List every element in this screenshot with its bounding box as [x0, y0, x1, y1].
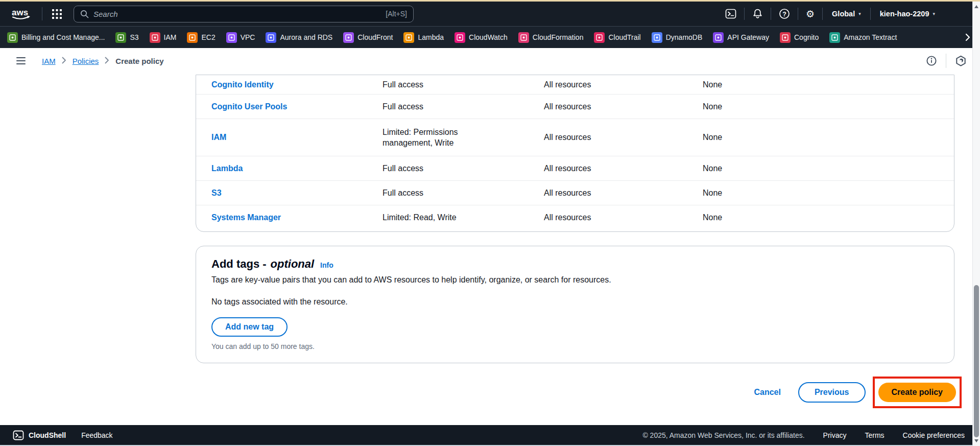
scrollbar-down-arrow[interactable]	[974, 439, 978, 442]
favorite-service-cloudformation[interactable]: CloudFormation	[518, 32, 584, 43]
console-footer: CloudShell Feedback © 2025, Amazon Web S…	[0, 425, 980, 445]
favorite-service-lambda[interactable]: Lambda	[403, 32, 444, 43]
settings-icon[interactable]: ⚙	[798, 9, 822, 19]
cell-access: Limited: Read, Write	[383, 209, 503, 226]
cell-access: Full access	[383, 184, 503, 201]
favorite-service-dynamodb[interactable]: DynamoDB	[652, 32, 703, 43]
favorite-label: CloudFormation	[533, 33, 584, 41]
favorite-service-iam[interactable]: IAM	[150, 32, 177, 43]
region-selector[interactable]: Global ▾	[823, 10, 870, 18]
s3-icon	[115, 32, 126, 43]
create-policy-button[interactable]: Create policy	[878, 383, 956, 402]
favorite-service-vpc[interactable]: VPC	[226, 32, 255, 43]
breadcrumb-link-policies[interactable]: Policies	[73, 57, 99, 65]
help-icon[interactable]: ?	[771, 8, 798, 19]
notifications-icon[interactable]	[745, 8, 771, 19]
region-label: Global	[832, 10, 855, 18]
tags-remaining-hint: You can add up to 50 more tags.	[211, 342, 939, 350]
dynamodb-icon	[652, 32, 662, 43]
cancel-button[interactable]: Cancel	[749, 388, 785, 397]
service-link[interactable]: Lambda	[211, 164, 383, 173]
favorite-service-cloudfront[interactable]: CloudFront	[343, 32, 393, 43]
feedback-button[interactable]: Feedback	[81, 431, 112, 439]
search-input[interactable]: Search [Alt+S]	[74, 6, 414, 22]
cell-condition: None	[703, 189, 954, 198]
previous-button[interactable]: Previous	[798, 382, 866, 403]
aws-logo[interactable]: aws	[10, 7, 34, 21]
highlight-annotation: Create policy	[873, 377, 962, 408]
table-row: S3Full accessAll resourcesNone	[196, 181, 954, 205]
favorite-label: Cognito	[794, 33, 819, 41]
service-link[interactable]: Systems Manager	[211, 213, 383, 222]
divider	[946, 54, 946, 68]
favorite-service-ec2[interactable]: EC2	[187, 32, 215, 43]
iam-icon	[150, 32, 160, 43]
cell-access: Full access	[383, 76, 503, 93]
cloudfront-icon	[343, 32, 354, 43]
favorite-label: S3	[130, 33, 138, 41]
service-link[interactable]: Cognito Identity	[211, 80, 383, 89]
favorite-label: DynamoDB	[666, 33, 703, 41]
cell-resources: All resources	[544, 164, 703, 173]
privacy-link[interactable]: Privacy	[823, 431, 847, 439]
favorite-service-api-gateway[interactable]: API Gateway	[713, 32, 769, 43]
service-link[interactable]: S3	[211, 189, 383, 198]
billing-and-cost-manage-icon	[7, 32, 18, 43]
add-tags-card: Add tags - optional Info Tags are key-va…	[196, 246, 954, 363]
table-row: LambdaFull accessAll resourcesNone	[196, 156, 954, 181]
vertical-scrollbar[interactable]	[972, 2, 980, 446]
favorite-service-s3[interactable]: S3	[115, 32, 138, 43]
breadcrumb: IAM Policies Create policy	[42, 57, 164, 65]
no-tags-message: No tags associated with the resource.	[211, 297, 939, 307]
terms-link[interactable]: Terms	[865, 431, 884, 439]
table-row: IAMLimited: Permissions management, Writ…	[196, 119, 954, 156]
account-menu[interactable]: kien-hao-2209 ▾	[871, 10, 944, 18]
chevron-down-icon: ▾	[858, 11, 861, 16]
cloudshell-icon[interactable]	[718, 8, 744, 19]
favorite-label: Aurora and RDS	[280, 33, 332, 41]
favorite-service-cloudwatch[interactable]: CloudWatch	[455, 32, 508, 43]
favorite-label: API Gateway	[727, 33, 769, 41]
side-panel-icon[interactable]	[955, 55, 967, 67]
account-label: kien-hao-2209	[880, 10, 929, 18]
add-tags-optional-text: optional	[271, 257, 315, 271]
cell-resources: All resources	[544, 102, 703, 111]
chevron-right-icon	[62, 57, 66, 65]
table-row: Cognito User PoolsFull accessAll resourc…	[196, 95, 954, 119]
favorite-service-cognito[interactable]: Cognito	[780, 32, 819, 43]
favorite-label: CloudWatch	[469, 33, 508, 41]
cookie-preferences-link[interactable]: Cookie preferences	[903, 431, 965, 439]
form-actions: Cancel Previous Create policy	[0, 377, 962, 408]
cell-access: Full access	[383, 160, 503, 177]
cell-access: Full access	[383, 98, 503, 115]
favorite-service-billing-and-cost-manage[interactable]: Billing and Cost Manage...	[7, 32, 105, 43]
svg-text:?: ?	[782, 11, 786, 18]
favorite-label: CloudFront	[357, 33, 393, 41]
apps-grid-icon[interactable]	[51, 9, 63, 19]
scrollbar-thumb[interactable]	[974, 285, 979, 437]
info-icon[interactable]	[926, 55, 937, 66]
cell-condition: None	[703, 80, 954, 89]
favorite-label: VPC	[241, 33, 255, 41]
cloudshell-label: CloudShell	[29, 431, 66, 439]
add-new-tag-button[interactable]: Add new tag	[211, 317, 288, 337]
breadcrumb-link-iam[interactable]: IAM	[42, 57, 56, 65]
search-icon	[80, 10, 89, 18]
favorite-service-aurora-and-rds[interactable]: Aurora and RDS	[266, 32, 332, 43]
side-navigation-toggle-icon[interactable]	[15, 55, 27, 67]
favorite-service-amazon-textract[interactable]: Amazon Textract	[829, 32, 897, 43]
cell-resources: All resources	[544, 133, 703, 142]
favorite-label: CloudTrail	[608, 33, 640, 41]
breadcrumb-current: Create policy	[115, 57, 163, 65]
divider	[42, 7, 42, 20]
cloudshell-button[interactable]: CloudShell	[13, 430, 66, 441]
service-link[interactable]: Cognito User Pools	[211, 102, 383, 111]
add-tags-title-text: Add tags -	[211, 257, 267, 271]
favorite-label: Billing and Cost Manage...	[21, 33, 105, 41]
service-link[interactable]: IAM	[211, 133, 383, 142]
scrollbar-up-arrow[interactable]	[974, 5, 978, 8]
topbar-utilities: ? ⚙ Global ▾ kien-hao-2209 ▾	[718, 8, 944, 20]
add-tags-description: Tags are key-value pairs that you can ad…	[211, 275, 939, 285]
favorite-service-cloudtrail[interactable]: CloudTrail	[594, 32, 640, 43]
info-link[interactable]: Info	[320, 261, 333, 269]
